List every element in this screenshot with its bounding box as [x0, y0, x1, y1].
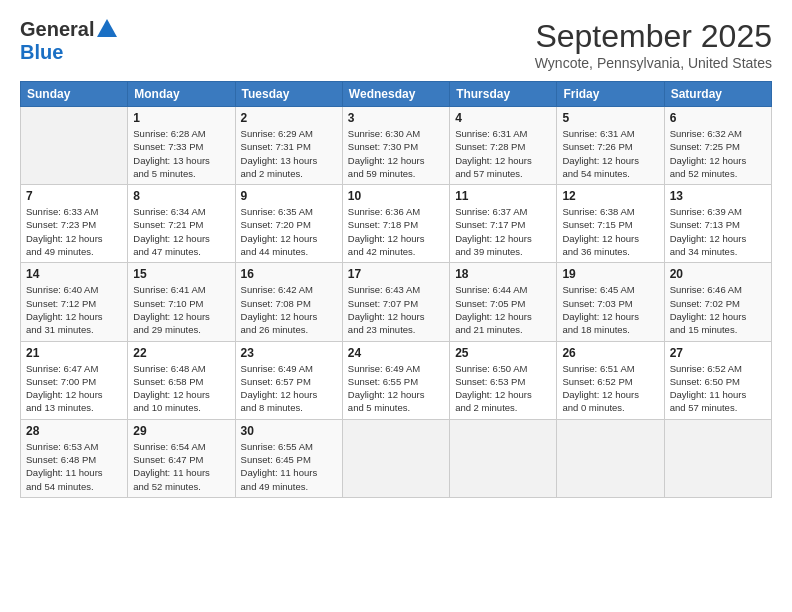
day-number: 16 [241, 267, 337, 281]
day-info: Sunrise: 6:33 AM Sunset: 7:23 PM Dayligh… [26, 205, 122, 258]
calendar-table: SundayMondayTuesdayWednesdayThursdayFrid… [20, 81, 772, 498]
day-info: Sunrise: 6:34 AM Sunset: 7:21 PM Dayligh… [133, 205, 229, 258]
calendar-week-row: 1Sunrise: 6:28 AM Sunset: 7:33 PM Daylig… [21, 107, 772, 185]
logo-triangle-icon [97, 19, 117, 37]
day-info: Sunrise: 6:55 AM Sunset: 6:45 PM Dayligh… [241, 440, 337, 493]
calendar-cell: 24Sunrise: 6:49 AM Sunset: 6:55 PM Dayli… [342, 341, 449, 419]
calendar-cell: 20Sunrise: 6:46 AM Sunset: 7:02 PM Dayli… [664, 263, 771, 341]
calendar-cell: 1Sunrise: 6:28 AM Sunset: 7:33 PM Daylig… [128, 107, 235, 185]
day-info: Sunrise: 6:39 AM Sunset: 7:13 PM Dayligh… [670, 205, 766, 258]
day-number: 23 [241, 346, 337, 360]
day-number: 26 [562, 346, 658, 360]
calendar-cell: 23Sunrise: 6:49 AM Sunset: 6:57 PM Dayli… [235, 341, 342, 419]
day-info: Sunrise: 6:28 AM Sunset: 7:33 PM Dayligh… [133, 127, 229, 180]
title-block: September 2025 Wyncote, Pennsylvania, Un… [535, 18, 772, 71]
calendar-header-sunday: Sunday [21, 82, 128, 107]
day-info: Sunrise: 6:49 AM Sunset: 6:55 PM Dayligh… [348, 362, 444, 415]
header: General Blue September 2025 Wyncote, Pen… [20, 18, 772, 71]
day-number: 7 [26, 189, 122, 203]
day-number: 25 [455, 346, 551, 360]
calendar-cell: 16Sunrise: 6:42 AM Sunset: 7:08 PM Dayli… [235, 263, 342, 341]
calendar-cell: 29Sunrise: 6:54 AM Sunset: 6:47 PM Dayli… [128, 419, 235, 497]
day-info: Sunrise: 6:47 AM Sunset: 7:00 PM Dayligh… [26, 362, 122, 415]
calendar-week-row: 28Sunrise: 6:53 AM Sunset: 6:48 PM Dayli… [21, 419, 772, 497]
calendar-week-row: 14Sunrise: 6:40 AM Sunset: 7:12 PM Dayli… [21, 263, 772, 341]
logo-general-text: General [20, 18, 94, 41]
month-title: September 2025 [535, 18, 772, 55]
calendar-cell [450, 419, 557, 497]
day-info: Sunrise: 6:43 AM Sunset: 7:07 PM Dayligh… [348, 283, 444, 336]
day-number: 13 [670, 189, 766, 203]
calendar-cell: 25Sunrise: 6:50 AM Sunset: 6:53 PM Dayli… [450, 341, 557, 419]
calendar-cell: 6Sunrise: 6:32 AM Sunset: 7:25 PM Daylig… [664, 107, 771, 185]
day-info: Sunrise: 6:40 AM Sunset: 7:12 PM Dayligh… [26, 283, 122, 336]
day-number: 12 [562, 189, 658, 203]
calendar-week-row: 7Sunrise: 6:33 AM Sunset: 7:23 PM Daylig… [21, 185, 772, 263]
day-number: 15 [133, 267, 229, 281]
logo: General Blue [20, 18, 117, 64]
day-info: Sunrise: 6:35 AM Sunset: 7:20 PM Dayligh… [241, 205, 337, 258]
calendar-header-row: SundayMondayTuesdayWednesdayThursdayFrid… [21, 82, 772, 107]
calendar-cell: 4Sunrise: 6:31 AM Sunset: 7:28 PM Daylig… [450, 107, 557, 185]
calendar-header-monday: Monday [128, 82, 235, 107]
calendar-cell: 28Sunrise: 6:53 AM Sunset: 6:48 PM Dayli… [21, 419, 128, 497]
day-number: 3 [348, 111, 444, 125]
calendar-cell: 19Sunrise: 6:45 AM Sunset: 7:03 PM Dayli… [557, 263, 664, 341]
day-number: 24 [348, 346, 444, 360]
calendar-cell: 7Sunrise: 6:33 AM Sunset: 7:23 PM Daylig… [21, 185, 128, 263]
calendar-header-friday: Friday [557, 82, 664, 107]
day-info: Sunrise: 6:53 AM Sunset: 6:48 PM Dayligh… [26, 440, 122, 493]
calendar-cell: 30Sunrise: 6:55 AM Sunset: 6:45 PM Dayli… [235, 419, 342, 497]
day-info: Sunrise: 6:31 AM Sunset: 7:26 PM Dayligh… [562, 127, 658, 180]
logo-blue-text: Blue [20, 41, 63, 64]
calendar-cell: 10Sunrise: 6:36 AM Sunset: 7:18 PM Dayli… [342, 185, 449, 263]
day-info: Sunrise: 6:42 AM Sunset: 7:08 PM Dayligh… [241, 283, 337, 336]
calendar-cell [342, 419, 449, 497]
day-number: 22 [133, 346, 229, 360]
calendar-cell: 13Sunrise: 6:39 AM Sunset: 7:13 PM Dayli… [664, 185, 771, 263]
calendar-cell: 17Sunrise: 6:43 AM Sunset: 7:07 PM Dayli… [342, 263, 449, 341]
calendar-cell: 2Sunrise: 6:29 AM Sunset: 7:31 PM Daylig… [235, 107, 342, 185]
calendar-header-thursday: Thursday [450, 82, 557, 107]
calendar-cell: 9Sunrise: 6:35 AM Sunset: 7:20 PM Daylig… [235, 185, 342, 263]
day-number: 6 [670, 111, 766, 125]
day-info: Sunrise: 6:54 AM Sunset: 6:47 PM Dayligh… [133, 440, 229, 493]
calendar-cell: 27Sunrise: 6:52 AM Sunset: 6:50 PM Dayli… [664, 341, 771, 419]
day-info: Sunrise: 6:49 AM Sunset: 6:57 PM Dayligh… [241, 362, 337, 415]
day-info: Sunrise: 6:41 AM Sunset: 7:10 PM Dayligh… [133, 283, 229, 336]
calendar-week-row: 21Sunrise: 6:47 AM Sunset: 7:00 PM Dayli… [21, 341, 772, 419]
calendar-cell: 5Sunrise: 6:31 AM Sunset: 7:26 PM Daylig… [557, 107, 664, 185]
day-number: 10 [348, 189, 444, 203]
calendar-cell: 14Sunrise: 6:40 AM Sunset: 7:12 PM Dayli… [21, 263, 128, 341]
calendar-header-tuesday: Tuesday [235, 82, 342, 107]
day-number: 2 [241, 111, 337, 125]
day-number: 29 [133, 424, 229, 438]
day-info: Sunrise: 6:36 AM Sunset: 7:18 PM Dayligh… [348, 205, 444, 258]
day-number: 9 [241, 189, 337, 203]
day-number: 27 [670, 346, 766, 360]
day-info: Sunrise: 6:52 AM Sunset: 6:50 PM Dayligh… [670, 362, 766, 415]
day-info: Sunrise: 6:32 AM Sunset: 7:25 PM Dayligh… [670, 127, 766, 180]
day-number: 21 [26, 346, 122, 360]
calendar-cell: 12Sunrise: 6:38 AM Sunset: 7:15 PM Dayli… [557, 185, 664, 263]
calendar-header-saturday: Saturday [664, 82, 771, 107]
day-number: 17 [348, 267, 444, 281]
day-number: 8 [133, 189, 229, 203]
calendar-cell: 18Sunrise: 6:44 AM Sunset: 7:05 PM Dayli… [450, 263, 557, 341]
day-number: 1 [133, 111, 229, 125]
day-info: Sunrise: 6:45 AM Sunset: 7:03 PM Dayligh… [562, 283, 658, 336]
day-number: 11 [455, 189, 551, 203]
day-info: Sunrise: 6:31 AM Sunset: 7:28 PM Dayligh… [455, 127, 551, 180]
calendar-cell: 3Sunrise: 6:30 AM Sunset: 7:30 PM Daylig… [342, 107, 449, 185]
calendar-cell [557, 419, 664, 497]
page: General Blue September 2025 Wyncote, Pen… [0, 0, 792, 508]
calendar-cell: 22Sunrise: 6:48 AM Sunset: 6:58 PM Dayli… [128, 341, 235, 419]
calendar-cell [21, 107, 128, 185]
day-info: Sunrise: 6:30 AM Sunset: 7:30 PM Dayligh… [348, 127, 444, 180]
day-number: 5 [562, 111, 658, 125]
day-number: 20 [670, 267, 766, 281]
day-info: Sunrise: 6:44 AM Sunset: 7:05 PM Dayligh… [455, 283, 551, 336]
day-number: 4 [455, 111, 551, 125]
day-info: Sunrise: 6:46 AM Sunset: 7:02 PM Dayligh… [670, 283, 766, 336]
day-number: 30 [241, 424, 337, 438]
